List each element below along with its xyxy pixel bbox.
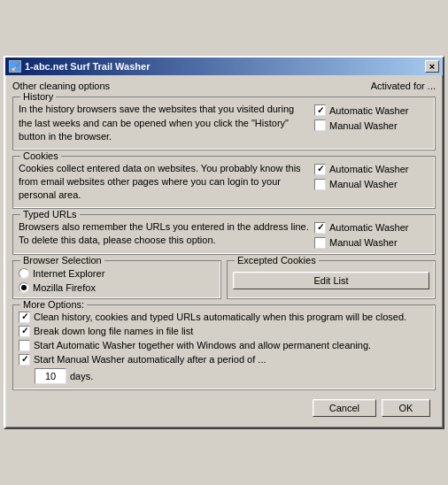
history-auto-row: Automatic Washer [314,104,429,116]
more-option-3-label: Start Automatic Washer together with Win… [34,340,371,350]
history-auto-label: Automatic Washer [329,105,408,116]
activated-for-label: Activated for ... [371,81,436,91]
close-button[interactable]: × [425,60,439,73]
window-title: 1-abc.net Surf Trail Washer [25,61,150,72]
footer: Cancel OK [12,396,436,422]
days-row: days. [19,368,429,384]
more-option-4-label: Start Manual Washer automatically after … [34,354,266,365]
history-manual-label: Manual Washer [329,120,398,131]
ie-radio-row: Internet Explorer [19,268,215,279]
main-window: 🧹 1-abc.net Surf Trail Washer × Other cl… [4,56,444,428]
more-option-4-row: Start Manual Washer automatically after … [19,354,429,366]
app-icon: 🧹 [9,60,21,73]
bottom-row: Browser Selection Internet Explorer Mozi… [12,260,436,299]
cancel-button[interactable]: Cancel [313,399,376,417]
more-option-3-row: Start Automatic Washer together with Win… [19,340,429,351]
days-input[interactable] [35,368,66,384]
history-auto-checkbox[interactable] [314,104,326,116]
more-option-1-row: Clean history, cookies and typed URLs au… [19,312,429,323]
ie-radio[interactable] [19,268,29,279]
days-label: days. [70,371,93,381]
history-group-title: History [20,91,56,102]
typed-urls-checkboxes: Automatic Washer Manual Washer [314,219,429,249]
typed-urls-manual-checkbox[interactable] [314,237,326,249]
other-cleaning-label: Other cleaning options [12,81,110,91]
content-area: Other cleaning options Activated for ...… [5,75,443,427]
title-bar: 🧹 1-abc.net Surf Trail Washer × [5,58,443,75]
history-description: In the history browsers save the website… [19,101,309,143]
history-checkboxes: Automatic Washer Manual Washer [314,101,429,143]
more-options-group: More Options: Clean history, cookies and… [12,304,436,390]
firefox-label: Mozilla Firefox [33,282,96,293]
history-content: In the history browsers save the website… [19,101,429,143]
cookies-manual-row: Manual Washer [314,179,429,190]
typed-urls-auto-row: Automatic Washer [314,222,429,234]
browser-selection-title: Browser Selection [20,255,104,266]
cookies-group-title: Cookies [20,150,61,161]
firefox-radio-row: Mozilla Firefox [19,282,215,293]
excepted-cookies-title: Excepted Cookies [235,255,319,266]
typed-urls-manual-row: Manual Washer [314,237,429,249]
more-option-4-checkbox[interactable] [19,354,30,366]
excepted-cookies-group: Excepted Cookies Edit List [227,260,436,299]
more-option-1-checkbox[interactable] [19,312,30,323]
title-bar-text: 🧹 1-abc.net Surf Trail Washer [9,60,150,73]
typed-urls-auto-label: Automatic Washer [329,222,408,233]
ok-button[interactable]: OK [382,399,430,417]
typed-urls-description: Browsers also remember the URLs you ente… [19,219,309,249]
typed-urls-group: Typed URLs Browsers also remember the UR… [12,214,436,255]
more-option-3-checkbox[interactable] [19,340,30,351]
typed-urls-content: Browsers also remember the URLs you ente… [19,219,429,249]
history-manual-row: Manual Washer [314,119,429,131]
more-option-2-row: Break down long file names in file list [19,326,429,337]
cookies-checkboxes: Automatic Washer Manual Washer [314,160,429,203]
history-group: History In the history browsers save the… [12,96,436,150]
more-option-2-label: Break down long file names in file list [34,326,193,336]
more-option-2-checkbox[interactable] [19,326,30,337]
typed-urls-group-title: Typed URLs [20,209,80,219]
edit-list-button[interactable]: Edit List [233,272,429,289]
cookies-manual-label: Manual Washer [329,179,398,189]
typed-urls-auto-checkbox[interactable] [314,222,326,234]
browser-selection-group: Browser Selection Internet Explorer Mozi… [12,260,221,299]
cookies-auto-checkbox[interactable] [314,164,326,175]
history-manual-checkbox[interactable] [314,119,326,131]
firefox-radio[interactable] [19,282,29,293]
cookies-manual-checkbox[interactable] [314,179,326,190]
ie-label: Internet Explorer [33,268,104,279]
more-options-title: More Options: [20,299,87,310]
more-option-1-label: Clean history, cookies and typed URLs au… [34,312,406,322]
cookies-auto-label: Automatic Washer [329,164,408,174]
cookies-description: Cookies collect entered data on websites… [19,160,309,203]
cookies-auto-row: Automatic Washer [314,164,429,175]
cookies-content: Cookies collect entered data on websites… [19,160,429,203]
cookies-group: Cookies Cookies collect entered data on … [12,156,436,209]
typed-urls-manual-label: Manual Washer [329,237,398,248]
